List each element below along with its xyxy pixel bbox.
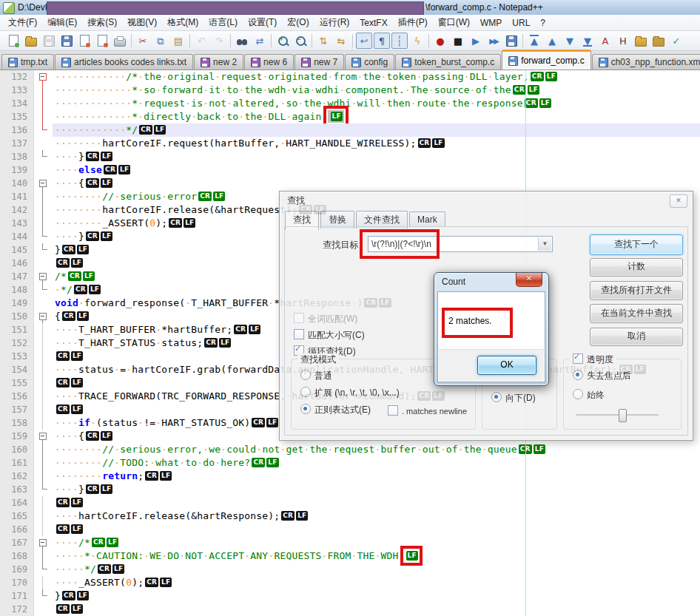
code-text[interactable]: ········return;CRLF — [53, 470, 700, 483]
code-text[interactable]: ····}CRLF — [53, 150, 700, 163]
code-text[interactable]: CRLF — [53, 523, 700, 536]
nav-top-button[interactable]: ▲ — [526, 33, 542, 49]
macro-run-multiple-button[interactable]: ▶▶ — [485, 33, 502, 49]
code-text[interactable]: ·············*·directly·back·to·the·DLL·… — [53, 110, 700, 123]
tab-mark[interactable]: Mark — [409, 211, 445, 227]
word-wrap-button[interactable]: ↩ — [356, 33, 372, 49]
fold-collapse-icon[interactable] — [39, 313, 47, 320]
menu-item-7[interactable]: 设置(T) — [243, 15, 282, 30]
code-text[interactable]: ····_ASSERT(0);CRLF — [53, 576, 700, 589]
save-button[interactable] — [41, 33, 57, 49]
find-next-button[interactable]: 查找下一个 — [590, 234, 683, 255]
redo-button[interactable]: ↷ — [211, 33, 227, 49]
shortcuts-button[interactable] — [650, 33, 667, 49]
macro-stop-button[interactable]: ■ — [450, 33, 466, 49]
search-target-combobox[interactable]: \r(?!\n)|(?<!\r)\n ▼ — [368, 236, 553, 252]
menu-item-6[interactable]: 语言(L) — [203, 15, 243, 30]
mode-extended-radio[interactable]: 扩展 (\n, \r, \t, \0, \x...) — [300, 387, 400, 399]
close-doc-button[interactable] — [76, 33, 92, 49]
code-text[interactable]: ····/*CRLF — [53, 536, 700, 549]
code-text[interactable]: ·····*·CAUTION:·WE·DO·NOT·ACCEPT·ANY·REQ… — [53, 549, 700, 563]
open-folder-button[interactable] — [633, 33, 649, 49]
count-button[interactable]: 计数 — [590, 258, 683, 277]
save-all-button[interactable] — [58, 33, 75, 49]
find-dialog-close-button[interactable]: ✕ — [670, 194, 687, 208]
code-text[interactable]: CRLF — [53, 603, 700, 616]
close-all-docs-button[interactable] — [94, 33, 110, 49]
mode-normal-radio[interactable]: 普通 — [300, 370, 332, 382]
spell-check-button[interactable]: ✓ — [668, 33, 684, 49]
html-tag-button[interactable]: H — [615, 33, 631, 49]
menu-item-8[interactable]: 宏(O) — [282, 15, 314, 30]
fold-collapse-icon[interactable] — [39, 273, 47, 280]
zoom-in-button[interactable]: + — [275, 33, 291, 49]
nav-up-button[interactable]: ▲ — [544, 33, 560, 49]
nav-down-button[interactable]: ▼ — [562, 33, 578, 49]
fold-collapse-icon[interactable] — [39, 539, 47, 546]
code-text[interactable]: ····{CRLF — [53, 177, 700, 190]
mode-regex-radio[interactable]: 正则表达式(E) — [300, 404, 371, 416]
slider-thumb[interactable] — [619, 409, 627, 422]
code-text[interactable]: CRLF — [53, 496, 700, 510]
function-completion-button[interactable]: ϟ — [409, 33, 425, 49]
menu-item-10[interactable]: TextFX — [354, 16, 392, 30]
find-button[interactable] — [234, 33, 250, 49]
ok-button[interactable]: OK — [477, 356, 536, 375]
doc-tab-new-2[interactable]: new 2 — [194, 54, 243, 70]
nav-bottom-button[interactable]: ▼ — [579, 33, 596, 49]
doc-tab-articles-books-codes-links-txt[interactable]: articles books codes links.txt — [55, 54, 193, 70]
find-in-current-file-button[interactable]: 在当前文件中查找 — [590, 304, 683, 323]
zoom-out-button[interactable]: − — [292, 33, 309, 49]
direction-down-radio[interactable]: 向下(D) — [491, 392, 536, 405]
code-text[interactable]: ·············*·so·forward·it·to·the·wdh·… — [53, 84, 700, 97]
menu-item-3[interactable]: 搜索(S) — [82, 15, 122, 30]
transparency-checkbox[interactable]: 透明度 — [570, 353, 616, 366]
undo-button[interactable]: ↶ — [193, 33, 209, 49]
count-dialog-close-button[interactable]: ✕ — [516, 273, 542, 287]
menu-item-4[interactable]: 视图(V) — [122, 15, 162, 30]
menu-item-11[interactable]: 插件(P) — [393, 15, 433, 30]
replace-button[interactable]: ⇄ — [252, 33, 268, 49]
menu-item-12[interactable]: 窗口(W) — [433, 15, 475, 30]
menu-item-1[interactable]: 文件(F) — [3, 15, 42, 30]
indent-guide-button[interactable]: ┆ — [391, 33, 408, 49]
cancel-button[interactable]: 取消 — [590, 328, 683, 346]
doc-tab-forward-comp-c[interactable]: forward_comp.c — [502, 50, 590, 70]
code-text[interactable]: ············*/CRLF — [53, 123, 700, 137]
menu-item-9[interactable]: 运行(R) — [314, 15, 355, 30]
doc-tab-config[interactable]: config — [345, 54, 394, 70]
fold-collapse-icon[interactable] — [39, 73, 47, 81]
code-text[interactable]: ·············*·request·is·not·altered,·s… — [53, 97, 700, 110]
chevron-down-icon[interactable]: ▼ — [538, 237, 551, 251]
code-text[interactable]: ·····*/CRLF — [53, 563, 700, 576]
doc-tab-new-6[interactable]: new 6 — [244, 54, 294, 70]
code-text[interactable]: ········hartCoreIF.request(hartBuffer,·H… — [53, 137, 700, 150]
sync-vertical-scroll-button[interactable]: ⇅ — [315, 33, 332, 49]
match-case-checkbox[interactable]: 匹配大小写(C) — [294, 329, 365, 342]
code-text[interactable]: ········//·serious·error,·we·could·not·g… — [53, 443, 700, 456]
show-all-characters-button[interactable]: ¶ — [374, 33, 390, 49]
menu-item-14[interactable]: URL — [507, 16, 535, 30]
code-text[interactable]: ····hartCoreIF.release(&hartResponse);CR… — [53, 510, 700, 523]
find-all-open-files-button[interactable]: 查找所有打开文件 — [590, 281, 683, 300]
print-button[interactable] — [112, 33, 128, 49]
transparency-always-radio[interactable]: 始终 — [573, 389, 605, 402]
code-text[interactable]: ····elseCRLF — [53, 163, 700, 177]
transparency-on-lose-focus-radio[interactable]: 失去焦点后 — [573, 370, 631, 382]
whole-word-checkbox[interactable]: 全词匹配(W) — [294, 313, 357, 325]
doc-tab-token-burst-comp-c[interactable]: token_burst_comp.c — [395, 54, 501, 70]
fold-collapse-icon[interactable] — [39, 433, 47, 440]
cut-button[interactable]: ✂ — [135, 33, 151, 49]
new-file-button[interactable] — [5, 33, 21, 49]
fold-collapse-icon[interactable] — [39, 180, 47, 187]
code-text[interactable]: ····}CRLF — [53, 483, 700, 496]
sync-horizontal-scroll-button[interactable]: ⇆ — [333, 33, 349, 49]
transparency-slider[interactable] — [576, 408, 659, 422]
doc-tab-tmp-txt[interactable]: tmp.txt — [1, 54, 54, 70]
code-text[interactable]: }CRLF — [53, 589, 700, 603]
menu-item-5[interactable]: 格式(M) — [162, 15, 203, 30]
doc-tab-new-7[interactable]: new 7 — [295, 54, 344, 70]
code-text[interactable]: ········//·TODO:·what·to·do·here?CRLF — [53, 456, 700, 470]
code-text[interactable]: ············/*·the·original·request·orig… — [53, 70, 700, 84]
macro-record-button[interactable]: ● — [432, 33, 448, 49]
